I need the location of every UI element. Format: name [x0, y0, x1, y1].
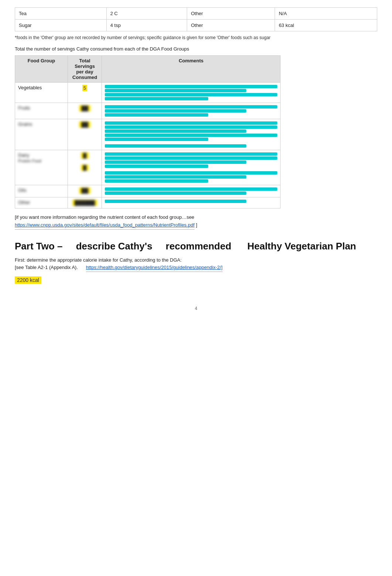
- comment-line: [105, 200, 246, 203]
- comment-line: [105, 152, 277, 156]
- comment-line: [105, 138, 208, 141]
- col-header-comments: Comments: [102, 56, 281, 83]
- servings-value: █ █: [68, 150, 102, 185]
- table-row: Fruits ██: [15, 103, 281, 119]
- comment-line: [105, 97, 208, 100]
- recommended-label: recommended: [166, 241, 231, 252]
- footnote: *foods in the 'Other' group are not reco…: [15, 34, 377, 41]
- part-two-heading: Part Two – describe Cathy's recommended …: [15, 241, 377, 252]
- comment-line: [105, 165, 208, 168]
- first-instruction: First: determine the appropriate calorie…: [15, 256, 377, 272]
- comment-spacer: [105, 142, 277, 144]
- table-row: Grains ██: [15, 119, 281, 150]
- table-row: Vegetables 5: [15, 83, 281, 103]
- nutrient-profiles-link[interactable]: https://www.cnpp.usda.gov/sites/default/…: [15, 221, 195, 230]
- top-food-table: Tea 2 C Other N/A Sugar 4 tsp Other 63 k…: [15, 7, 377, 31]
- table-row: Tea 2 C Other N/A: [15, 8, 377, 20]
- instruction-text: First: determine the appropriate calorie…: [15, 257, 182, 263]
- comment-lines: [105, 85, 277, 100]
- comment-line: [105, 161, 246, 164]
- blurred-label: Other: [18, 200, 30, 205]
- food-group-table: Food Group Total Servings per day Consum…: [15, 55, 281, 208]
- comment-line: [105, 134, 277, 137]
- comment-line: [105, 187, 277, 191]
- food-kcal: N/A: [275, 8, 377, 20]
- col-header-food: Food Group: [15, 56, 68, 83]
- food-group: Other: [187, 20, 275, 31]
- comment-cell: [102, 103, 281, 119]
- table-row: Sugar 4 tsp Other 63 kcal: [15, 20, 377, 31]
- servings-value: ██: [68, 185, 102, 197]
- comment-line: [105, 121, 277, 125]
- blurred-label-sub: Protein Food: [18, 159, 41, 163]
- food-group-label: Fruits: [15, 103, 68, 119]
- comment-line: [105, 144, 246, 148]
- comment-line: [105, 113, 208, 117]
- comment-line: [105, 175, 246, 179]
- servings-value: ██████: [68, 197, 102, 208]
- info-bracket: ]: [196, 222, 197, 228]
- describe-cathys: describe Cathy's: [76, 241, 152, 252]
- servings-highlight: ██: [79, 105, 90, 111]
- comment-lines: [105, 121, 277, 148]
- food-amount: 4 tsp: [106, 20, 187, 31]
- blurred-label: Fruits: [18, 105, 30, 111]
- servings-value: ██: [68, 103, 102, 119]
- comment-line: [105, 171, 277, 175]
- food-group: Other: [187, 8, 275, 20]
- comment-cell: [102, 150, 281, 185]
- servings-highlight: 5: [82, 85, 87, 91]
- servings-value: ██: [68, 119, 102, 150]
- servings-highlight-2: █: [81, 165, 89, 171]
- blurred-label: Dairy: [18, 152, 29, 158]
- comment-line: [105, 105, 277, 108]
- table-row: Dairy Protein Food █ █: [15, 150, 281, 185]
- comment-cell: [102, 185, 281, 197]
- food-group-label: Other: [15, 197, 68, 208]
- page-number: 4: [15, 306, 377, 311]
- servings-highlight: ██: [79, 187, 90, 194]
- table-row: Oils ██: [15, 185, 281, 197]
- food-group-label: Vegetables: [15, 83, 68, 103]
- comment-line: [105, 109, 246, 113]
- comment-line: [105, 125, 277, 129]
- info-paragraph: [if you want more information regarding …: [15, 214, 377, 230]
- section-title: Total the number of servings Cathy consu…: [15, 46, 377, 52]
- servings-highlight: ██: [79, 121, 90, 128]
- comment-lines: [105, 152, 277, 183]
- servings-highlight: ██████: [72, 200, 97, 206]
- calorie-result-paragraph: 2200 kcal: [15, 276, 377, 284]
- calorie-result: 2200 kcal: [15, 276, 41, 284]
- info-text: [if you want more information regarding …: [15, 214, 194, 220]
- blurred-label: Oils: [18, 187, 26, 193]
- food-name: Sugar: [15, 20, 107, 31]
- part-two-label: Part Two –: [15, 241, 63, 252]
- comment-cell: [102, 83, 281, 103]
- col-header-servings: Total Servings per day Consumed: [68, 56, 102, 83]
- comment-lines: [105, 200, 277, 203]
- appendix-link[interactable]: https://health.gov/dietaryguidelines/201…: [86, 264, 223, 272]
- table-row: Other ██████: [15, 197, 281, 208]
- comment-line: [105, 85, 277, 88]
- comment-cell: [102, 197, 281, 208]
- comment-line: [105, 89, 246, 92]
- comment-line: [105, 156, 277, 160]
- food-amount: 2 C: [106, 8, 187, 20]
- comment-lines: [105, 187, 277, 195]
- comment-line: [105, 130, 246, 133]
- food-kcal: 63 kcal: [275, 20, 377, 31]
- see-table-text: [see Table A2-1 (Appendix A).: [15, 265, 78, 270]
- blurred-label: Grains: [18, 121, 32, 127]
- comment-spacer: [105, 169, 277, 170]
- food-group-label: Dairy Protein Food: [15, 150, 68, 185]
- comment-line: [105, 93, 277, 96]
- comment-lines: [105, 105, 277, 117]
- plan-label: Healthy Vegetarian Plan: [247, 241, 356, 252]
- food-name: Tea: [15, 8, 107, 20]
- food-group-label: Oils: [15, 185, 68, 197]
- comment-line: [105, 179, 208, 183]
- servings-value: 5: [68, 83, 102, 103]
- comment-cell: [102, 119, 281, 150]
- food-group-label: Grains: [15, 119, 68, 150]
- comment-line: [105, 192, 246, 195]
